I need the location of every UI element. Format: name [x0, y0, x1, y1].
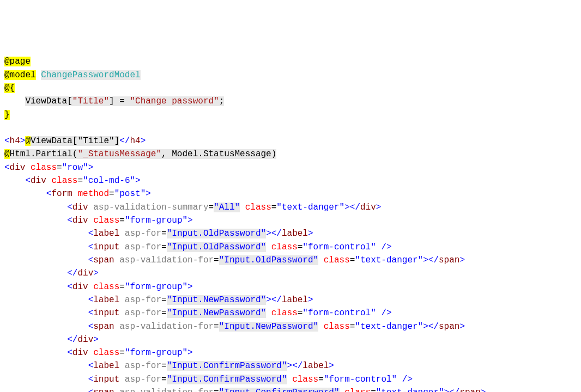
- val-new-pw: "Input.NewPassword": [167, 308, 266, 318]
- val-form-control: "form-control": [324, 375, 397, 384]
- label-close: label: [302, 361, 329, 371]
- gutter-mark: [0, 386, 4, 392]
- val-confirm-pw: "Input.ConfirmPassword": [167, 375, 287, 384]
- model-type: ChangePasswordModel: [41, 70, 140, 80]
- gutter-mark: [0, 373, 4, 386]
- razor-at: @: [25, 136, 31, 146]
- gutter-mark: [0, 148, 4, 161]
- div-open: div: [10, 163, 26, 173]
- val-all: "All": [214, 203, 240, 212]
- attr-class: class: [31, 163, 57, 173]
- gutter-mark: [0, 121, 4, 134]
- attr-validation-for: asp-validation-for: [119, 322, 214, 332]
- div-open: div: [31, 176, 46, 186]
- gutter-mark: [0, 227, 4, 240]
- attr-asp-for: asp-for: [125, 295, 161, 305]
- label-close: label: [282, 229, 308, 238]
- div-close: div: [77, 335, 93, 345]
- code-editor[interactable]: @page @model ChangePasswordModel @{ View…: [0, 55, 577, 392]
- viewdata-title-expr: ViewData["Title"]: [31, 136, 119, 146]
- span-open: span: [93, 388, 114, 392]
- val-confirm-pw: "Input.ConfirmPassword": [167, 361, 287, 371]
- razor-block-open: @{: [4, 83, 15, 93]
- val-text-danger: "text-danger": [276, 203, 344, 212]
- gutter-mark: [0, 293, 4, 307]
- gutter-mark: [0, 241, 4, 254]
- val-old-pw: "Input.OldPassword": [167, 242, 266, 252]
- attr-method: method: [77, 189, 109, 199]
- input-tag: input: [93, 308, 119, 318]
- gutter-mark: [0, 187, 4, 200]
- gutter-mark: [0, 161, 4, 174]
- form-open: form: [51, 189, 72, 199]
- gutter-mark: [0, 95, 4, 108]
- gutter-mark: [0, 333, 4, 346]
- label-open: label: [93, 229, 119, 238]
- razor-block-close: }: [4, 110, 10, 120]
- gutter-mark: [0, 108, 4, 121]
- val-form-group: "form-group": [125, 216, 187, 225]
- div-open: div: [72, 348, 88, 358]
- gutter-mark: [0, 201, 4, 214]
- h4-close: h4: [130, 136, 140, 146]
- attr-class: class: [292, 375, 318, 384]
- val-old-pw: "Input.OldPassword": [219, 255, 318, 265]
- label-open: label: [93, 361, 119, 371]
- gutter-mark: [0, 174, 4, 187]
- gutter-mark: [0, 267, 4, 280]
- gutter-mark: [0, 214, 4, 227]
- gutter-mark: [0, 69, 4, 82]
- div-close: div: [360, 203, 376, 212]
- gutter-mark: [0, 307, 4, 320]
- span-open: span: [93, 255, 114, 265]
- gutter-mark: [0, 359, 4, 372]
- attr-class: class: [93, 216, 119, 225]
- attr-class: class: [93, 282, 119, 292]
- attr-asp-for: asp-for: [125, 375, 161, 384]
- attr-asp-for: asp-for: [125, 229, 161, 238]
- val-confirm-pw: "Input.ConfirmPassword": [219, 388, 340, 392]
- val-new-pw: "Input.NewPassword": [219, 322, 318, 332]
- val-old-pw: "Input.OldPassword": [167, 229, 266, 238]
- viewdata-assignment: ViewData["Title"] = "Change password";: [25, 96, 224, 106]
- val-text-danger: "text-danger": [355, 255, 423, 265]
- span-close: span: [459, 388, 480, 392]
- val-form-control: "form-control": [302, 242, 376, 252]
- input-tag: input: [93, 375, 119, 384]
- gutter-mark: [0, 346, 4, 359]
- label-close: label: [282, 295, 308, 305]
- html-partial-call: Html.Partial("_StatusMessage", Model.Sta…: [10, 149, 277, 159]
- attr-class: class: [324, 255, 350, 265]
- gutter-mark: [0, 280, 4, 293]
- span-close: span: [439, 255, 459, 265]
- val-col: "col-md-6": [83, 176, 135, 186]
- attr-validation-summary: asp-validation-summary: [93, 203, 208, 212]
- span-open: span: [93, 322, 114, 332]
- attr-validation-for: asp-validation-for: [119, 388, 214, 392]
- val-form-control: "form-control": [302, 308, 376, 318]
- val-text-danger: "text-danger": [376, 388, 444, 392]
- attr-asp-for: asp-for: [125, 308, 161, 318]
- attr-class: class: [344, 388, 371, 392]
- gutter-mark: [0, 55, 4, 68]
- val-row: "row": [62, 163, 88, 173]
- val-new-pw: "Input.NewPassword": [167, 295, 266, 305]
- input-tag: input: [93, 242, 119, 252]
- attr-class: class: [51, 176, 77, 186]
- val-text-danger: "text-danger": [355, 322, 423, 332]
- attr-class: class: [271, 308, 298, 318]
- gutter-mark: [0, 254, 4, 267]
- val-post: "post": [114, 189, 146, 199]
- div-open: div: [72, 216, 88, 225]
- h4-open: h4: [10, 136, 20, 146]
- razor-page-directive: @page: [4, 57, 31, 66]
- gutter-mark: [0, 134, 4, 148]
- attr-class: class: [324, 322, 350, 332]
- attr-validation-for: asp-validation-for: [119, 255, 214, 265]
- attr-class: class: [245, 203, 271, 212]
- val-form-group: "form-group": [125, 282, 187, 292]
- attr-asp-for: asp-for: [125, 242, 161, 252]
- span-close: span: [439, 322, 459, 332]
- attr-class: class: [271, 242, 298, 252]
- razor-at: @: [4, 149, 10, 159]
